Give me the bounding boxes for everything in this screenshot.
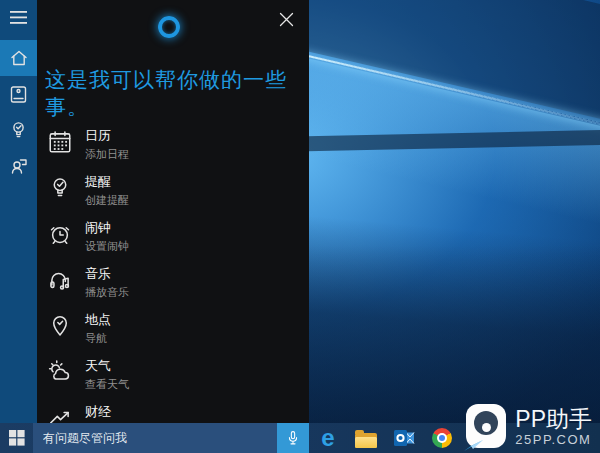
suggestion-title: 财经 <box>85 404 111 420</box>
outlook-icon <box>393 427 415 449</box>
desktop-screen: 这是我可以帮你做的一些事。 日历 添加日程 <box>0 0 600 453</box>
windows-logo-icon <box>9 430 25 446</box>
file-explorer-icon <box>355 431 377 448</box>
feedback-icon <box>9 156 29 176</box>
paper-plane-icon <box>464 437 484 452</box>
taskbar-app-file-explorer[interactable] <box>347 423 385 453</box>
suggestion-subtitle: 创建提醒 <box>85 193 129 207</box>
wallpaper-dark-bottom <box>265 214 600 423</box>
taskbar-app-chrome[interactable] <box>423 423 461 453</box>
reminder-icon <box>47 175 73 201</box>
suggestion-weather[interactable]: 天气 查看天气 <box>37 358 309 404</box>
close-button[interactable] <box>277 10 295 28</box>
sidebar-item-menu[interactable] <box>0 0 37 34</box>
suggestion-title: 闹钟 <box>85 220 129 236</box>
search-input[interactable] <box>33 423 277 453</box>
finance-icon <box>47 405 73 423</box>
taskbar-app-outlook[interactable] <box>385 423 423 453</box>
suggestion-reminder[interactable]: 提醒 创建提醒 <box>37 174 309 220</box>
suggestion-subtitle: 添加日程 <box>85 147 129 161</box>
chrome-icon <box>432 428 452 448</box>
notebook-icon <box>9 85 28 104</box>
weather-icon <box>47 359 73 385</box>
suggestion-title: 天气 <box>85 358 129 374</box>
sidebar-item-reminders[interactable] <box>0 112 37 148</box>
music-icon <box>47 267 73 293</box>
suggestion-alarm[interactable]: 闹钟 设置闹钟 <box>37 220 309 266</box>
home-icon <box>9 48 29 68</box>
hamburger-icon <box>10 11 27 24</box>
suggestion-title: 地点 <box>85 312 111 328</box>
location-icon <box>47 313 73 339</box>
cortana-logo-icon <box>158 16 180 38</box>
edge-icon: e <box>321 426 334 450</box>
watermark-title: PP助手 <box>515 407 592 432</box>
microphone-icon <box>284 429 302 447</box>
suggestion-subtitle: 查看天气 <box>85 377 129 391</box>
suggestion-subtitle: 导航 <box>85 331 111 345</box>
alarm-icon <box>47 221 73 247</box>
suggestion-title: 提醒 <box>85 174 129 190</box>
panel-heading: 这是我可以帮你做的一些事。 <box>45 66 299 120</box>
suggestion-title: 日历 <box>85 128 129 144</box>
calendar-icon <box>47 129 73 155</box>
taskbar-app-edge[interactable]: e <box>309 423 347 453</box>
cortana-sidebar <box>0 0 37 423</box>
suggestion-finance[interactable]: 财经 <box>37 404 309 423</box>
sidebar-item-notebook[interactable] <box>0 76 37 112</box>
suggestion-subtitle: 播放音乐 <box>85 285 129 299</box>
close-icon <box>279 12 294 27</box>
suggestion-subtitle: 设置闹钟 <box>85 239 129 253</box>
sidebar-item-feedback[interactable] <box>0 148 37 184</box>
sidebar-item-home[interactable] <box>0 40 37 76</box>
lightbulb-icon <box>9 120 28 140</box>
suggestion-list: 日历 添加日程 提醒 创建提醒 <box>37 128 309 423</box>
suggestion-calendar[interactable]: 日历 添加日程 <box>37 128 309 174</box>
pp-logo-icon <box>466 404 508 450</box>
mic-button[interactable] <box>277 423 309 453</box>
taskbar-search <box>33 423 309 453</box>
suggestion-title: 音乐 <box>85 266 129 282</box>
suggestion-location[interactable]: 地点 导航 <box>37 312 309 358</box>
taskbar-apps: e <box>309 423 461 453</box>
watermark-subtitle: 25PP.COM <box>515 432 592 448</box>
start-button[interactable] <box>0 423 33 453</box>
suggestion-music[interactable]: 音乐 播放音乐 <box>37 266 309 312</box>
watermark: PP助手 25PP.COM <box>466 404 592 450</box>
cortana-panel: 这是我可以帮你做的一些事。 日历 添加日程 <box>37 0 309 423</box>
